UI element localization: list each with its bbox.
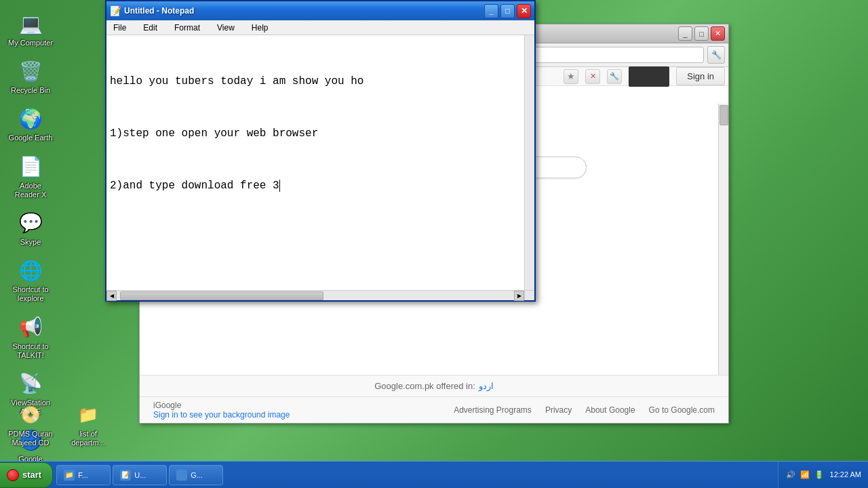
notepad-line-1: hello you tubers today i am show you ho [110, 73, 531, 91]
offered-in-text: Google.com.pk offered in: [374, 381, 475, 391]
notepad-menubar: File Edit Format View Help [106, 20, 534, 35]
desktop-icon-recycle-bin[interactable]: 🗑️ Recycle Bin [3, 54, 58, 98]
talkit-icon: 📢 [17, 314, 44, 341]
settings-button[interactable]: 🔧 [607, 69, 622, 84]
notepad-title: Untitled - Notepad [124, 6, 481, 16]
desktop-icon-google-earth[interactable]: 🌍 Google Earth [3, 102, 58, 146]
google-taskbar-icon: G [176, 470, 187, 481]
browser-sign-in-button[interactable]: Sign in [676, 67, 725, 85]
my-computer-label: My Computer [8, 39, 53, 47]
desktop-icon-adobe-reader[interactable]: 📄 Adobe Reader X [3, 150, 58, 203]
browser-minimize-button[interactable]: _ [678, 26, 692, 41]
menu-format[interactable]: Format [171, 22, 203, 34]
list-dept-icon: 📁 [75, 401, 102, 428]
browser-scrollbar[interactable] [718, 104, 728, 382]
notepad-line-3: 2)and type download free 3 [110, 178, 531, 195]
scroll-left-arrow[interactable]: ◀ [106, 291, 117, 301]
igoogle-bar: iGoogle Sign in to see your background i… [140, 396, 728, 423]
skype-label: Skype [20, 238, 41, 247]
pdms-label: PDMS Quran Majeed CD [7, 430, 54, 447]
desktop-icon-my-computer[interactable]: 💻 My Computer [3, 7, 58, 51]
start-label: start [22, 470, 41, 480]
tools-button[interactable]: 🔧 [707, 46, 725, 64]
maximize-icon: □ [505, 6, 510, 16]
footer-right-links: Advertising Programs Privacy About Googl… [454, 405, 715, 415]
pdms-icon: 📀 [17, 401, 44, 428]
go-to-google-link[interactable]: Go to Google.com [649, 405, 715, 415]
my-computer-icon: 💻 [17, 10, 44, 37]
tray-volume-icon[interactable]: 📶 [800, 470, 810, 481]
taskbar-tray: 🔊 📶 🔋 12:22 AM [778, 462, 868, 488]
ie-label: Shortcut to Iexplore [7, 285, 54, 303]
notepad-maximize-button[interactable]: □ [500, 4, 515, 18]
browser-close-button[interactable]: ✕ [711, 26, 725, 41]
minimize-icon: _ [489, 6, 494, 16]
text-cursor [279, 180, 280, 192]
privacy-link[interactable]: Privacy [545, 405, 572, 415]
menu-edit[interactable]: Edit [140, 22, 161, 34]
talkit-label: Shortcut to TALKIT! [7, 342, 54, 360]
adobe-reader-icon: 📄 [17, 153, 44, 180]
scroll-right-arrow[interactable]: ▶ [514, 291, 524, 301]
scroll-thumb[interactable] [120, 291, 323, 300]
scroll-track[interactable] [117, 291, 514, 300]
tray-battery-icon[interactable]: 🔋 [814, 470, 825, 481]
desktop-icon-list-dept[interactable]: 📁 list of departm... [61, 398, 115, 451]
desktop-icon-ie-shortcut[interactable]: 🌐 Shortcut to Iexplore [3, 253, 58, 306]
notepad-window-controls: _ □ ✕ [484, 4, 531, 18]
browser-footer-offered: Google.com.pk offered in: اردو [140, 375, 728, 396]
recycle-bin-label: Recycle Bin [11, 86, 50, 95]
notepad-content[interactable]: hello you tubers today i am show you ho … [106, 35, 534, 281]
skype-icon: 💬 [17, 209, 44, 237]
desktop-icons-panel: 💻 My Computer 🗑️ Recycle Bin 🌍 Google Ea… [0, 0, 108, 461]
offered-in-language[interactable]: اردو [479, 381, 494, 391]
desktop-icon-skype[interactable]: 💬 Skype [3, 206, 58, 250]
notepad-window: 📝 Untitled - Notepad _ □ ✕ File Edit For… [105, 0, 536, 302]
notepad-line-2: 1)step one open your web browser [110, 125, 531, 143]
sign-in-background-link[interactable]: Sign in to see your background image [153, 410, 290, 420]
taskbar-item-google[interactable]: G G... [169, 465, 223, 485]
taskbar-item-google-label: G... [191, 471, 203, 479]
browser-footer: Google.com.pk offered in: اردو iGoogle S… [140, 375, 728, 423]
desktop-icon-talkit[interactable]: 📢 Shortcut to TALKIT! [3, 310, 58, 363]
google-earth-icon: 🌍 [17, 105, 44, 132]
desktop-icon-pdms[interactable]: 📀 PDMS Quran Majeed CD [3, 398, 58, 451]
taskbar-item-fe-label: F... [78, 471, 88, 479]
browser-maximize-button[interactable]: □ [694, 26, 709, 41]
taskbar-item-file-explorer[interactable]: 📁 F... [56, 465, 111, 485]
close-icon: ✕ [521, 6, 528, 16]
menu-view[interactable]: View [214, 22, 238, 34]
start-orb-icon [7, 469, 19, 481]
close-tab-button[interactable]: ✕ [585, 69, 600, 84]
desktop: 💻 My Computer 🗑️ Recycle Bin 🌍 Google Ea… [0, 0, 868, 488]
taskbar-item-notepad[interactable]: 📝 U... [113, 465, 167, 485]
adobe-reader-label: Adobe Reader X [7, 182, 54, 199]
scrollbar-thumb[interactable] [719, 105, 728, 125]
notepad-scrollbar-vertical[interactable] [524, 35, 534, 290]
notepad-close-button[interactable]: ✕ [517, 4, 531, 18]
taskbar: start 📁 F... 📝 U... G G... 🔊 📶 🔋 12:22 A… [0, 461, 868, 488]
menu-file[interactable]: File [110, 22, 130, 34]
file-explorer-icon: 📁 [64, 470, 75, 481]
advertising-link[interactable]: Advertising Programs [454, 405, 532, 415]
taskbar-programs: 📁 F... 📝 U... G G... [53, 465, 777, 485]
menu-help[interactable]: Help [248, 22, 272, 34]
tray-network-icon[interactable]: 🔊 [785, 470, 796, 481]
recycle-bin-icon: 🗑️ [17, 58, 44, 85]
start-button[interactable]: start [0, 462, 53, 488]
about-google-link[interactable]: About Google [585, 405, 635, 415]
notepad-text-area: hello you tubers today i am show you ho … [110, 39, 531, 230]
browser-top-actions: ★ ✕ 🔧 Sign in [564, 66, 725, 87]
notepad-minimize-button[interactable]: _ [484, 4, 498, 18]
star-button[interactable]: ★ [564, 69, 578, 84]
viewstation-icon: 📡 [17, 370, 44, 397]
notepad-taskbar-icon: 📝 [120, 470, 131, 481]
igoogle-left: iGoogle Sign in to see your background i… [153, 401, 290, 420]
browser-window-controls: _ □ ✕ [678, 26, 725, 41]
maximize-icon: □ [699, 30, 704, 38]
notepad-app-icon: 📝 [110, 5, 121, 16]
system-clock[interactable]: 12:22 AM [830, 470, 861, 480]
igoogle-text: iGoogle [153, 401, 181, 410]
notepad-scrollbar-horizontal[interactable]: ◀ ▶ [106, 290, 524, 300]
google-earth-label: Google Earth [9, 134, 53, 142]
